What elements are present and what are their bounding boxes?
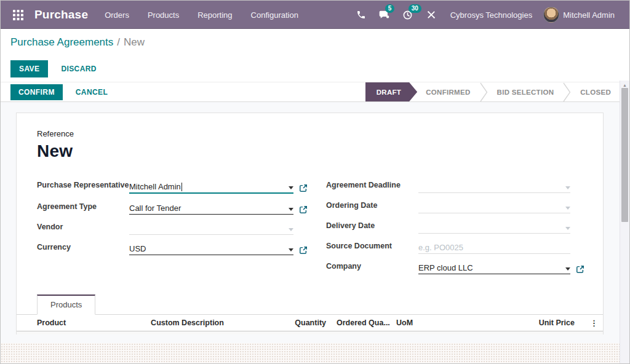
header-custom-description[interactable]: Custom Description: [115, 318, 260, 327]
vendor-label: Vendor: [37, 220, 129, 232]
statusbar: CONFIRM CANCEL DRAFT CONFIRMED BID SELEC…: [1, 82, 620, 102]
app-window: Purchase Orders Products Reporting Confi…: [0, 0, 630, 364]
field-ordering-date: Ordering Date: [326, 199, 584, 213]
breadcrumb-root-link[interactable]: Purchase Agreements: [10, 36, 113, 49]
field-purchase-representative: Purchase Representative Mitchell Admin: [37, 178, 308, 193]
datepicker-caret-icon[interactable]: [565, 207, 570, 210]
field-column-left: Purchase Representative Mitchell Admin: [37, 178, 308, 280]
menu-orders[interactable]: Orders: [95, 1, 138, 29]
source-document-label: Source Document: [326, 239, 418, 251]
content-bottom-texture: [1, 343, 621, 364]
delivery-date-label: Delivery Date: [326, 219, 418, 231]
vendor-input[interactable]: [129, 221, 293, 235]
dropdown-caret-icon[interactable]: [289, 248, 293, 251]
product-lines-header: Product Custom Description Quantity Orde…: [17, 315, 603, 331]
sheet-header: Reference New Purchase Representative Mi…: [17, 113, 603, 280]
confirm-button[interactable]: CONFIRM: [10, 84, 63, 100]
header-unit-price[interactable]: Unit Price: [476, 318, 603, 327]
ordering-date-label: Ordering Date: [326, 199, 418, 211]
stage-chevron-icon: [562, 82, 572, 101]
stage-bid-selection[interactable]: BID SELECTION: [488, 82, 563, 101]
tab-products[interactable]: Products: [37, 295, 95, 315]
header-quantity[interactable]: Quantity: [260, 318, 326, 327]
stage-confirmed[interactable]: CONFIRMED: [417, 82, 479, 101]
dropdown-caret-icon[interactable]: [289, 228, 293, 231]
reference-label: Reference: [37, 129, 603, 138]
header-uom[interactable]: UoM: [396, 318, 476, 327]
form-sheet: Reference New Purchase Representative Mi…: [16, 113, 604, 334]
form-view: Reference New Purchase Representative Mi…: [1, 102, 629, 364]
agreement-type-input[interactable]: Call for Tender: [129, 201, 293, 215]
reference-value[interactable]: New: [37, 141, 603, 161]
purchase-representative-input[interactable]: Mitchell Admin: [129, 180, 293, 193]
apps-grid-icon[interactable]: [7, 1, 30, 29]
agreement-deadline-input[interactable]: [418, 180, 570, 193]
header-ordered-quantity[interactable]: Ordered Qua...: [337, 318, 391, 327]
external-link-icon[interactable]: [576, 265, 584, 274]
stage-draft[interactable]: DRAFT: [365, 82, 417, 101]
dropdown-caret-icon[interactable]: [565, 267, 570, 271]
menu-products[interactable]: Products: [138, 1, 188, 29]
company-name[interactable]: Cybrosys Technologies: [443, 1, 540, 29]
notebook-tabs: Products: [17, 293, 603, 315]
stage-chevron-icon: [479, 82, 488, 101]
vertical-scrollbar[interactable]: ▲: [620, 81, 629, 364]
field-source-document: Source Document e.g. PO0025: [326, 239, 584, 254]
purchase-representative-label: Purchase Representative: [37, 178, 129, 191]
tools-icon[interactable]: [420, 1, 443, 29]
field-agreement-deadline: Agreement Deadline: [326, 178, 584, 193]
field-currency: Currency USD: [37, 240, 308, 255]
dropdown-caret-icon[interactable]: [289, 208, 293, 211]
record-actions: SAVE DISCARD: [1, 56, 629, 82]
navbar-right: 5 30 Cybrosys Technologies Mitchell Admi…: [349, 1, 622, 29]
currency-label: Currency: [37, 240, 129, 253]
optional-columns-icon[interactable]: ⋮: [590, 315, 598, 331]
field-company: Company ERP cloud LLC: [326, 259, 584, 274]
user-name[interactable]: Mitchell Admin: [559, 1, 622, 29]
save-button[interactable]: SAVE: [10, 60, 48, 77]
delivery-date-input[interactable]: [418, 220, 570, 234]
statusbar-buttons: CONFIRM CANCEL: [10, 84, 116, 100]
field-agreement-type: Agreement Type Call for Tender: [37, 200, 308, 215]
external-link-icon[interactable]: [299, 184, 308, 192]
phone-icon[interactable]: [349, 1, 373, 29]
breadcrumb: Purchase Agreements / New: [1, 29, 629, 56]
stage-closed[interactable]: CLOSED: [572, 82, 620, 101]
activities-clock-icon[interactable]: 30: [396, 1, 420, 29]
breadcrumb-current: New: [124, 36, 145, 49]
field-column-right: Agreement Deadline Ordering Date: [326, 178, 584, 280]
field-delivery-date: Delivery Date: [326, 219, 584, 234]
navbar-left: Purchase Orders Products Reporting Confi…: [7, 1, 308, 29]
source-document-input[interactable]: e.g. PO0025: [418, 240, 570, 254]
discard-button[interactable]: DISCARD: [53, 61, 104, 77]
dropdown-caret-icon[interactable]: [289, 186, 293, 189]
field-vendor: Vendor: [37, 220, 308, 235]
table-row: Add a line: [17, 331, 603, 334]
messages-badge: 5: [385, 4, 395, 13]
stage-pipeline: DRAFT CONFIRMED BID SELECTION CLOSED: [365, 82, 620, 101]
header-product[interactable]: Product: [37, 318, 115, 327]
external-link-icon[interactable]: [299, 246, 308, 255]
breadcrumb-separator: /: [117, 36, 120, 49]
company-input[interactable]: ERP cloud LLC: [418, 261, 570, 274]
menu-reporting[interactable]: Reporting: [188, 1, 241, 29]
currency-input[interactable]: USD: [129, 242, 293, 255]
ordering-date-input[interactable]: [418, 200, 570, 213]
agreement-type-label: Agreement Type: [37, 200, 129, 212]
app-title[interactable]: Purchase: [30, 8, 95, 22]
grid-icon-svg: [13, 10, 23, 20]
messages-icon[interactable]: 5: [373, 1, 396, 29]
menu-configuration[interactable]: Configuration: [242, 1, 308, 29]
company-label: Company: [326, 259, 418, 272]
agreement-deadline-label: Agreement Deadline: [326, 178, 418, 191]
datepicker-caret-icon[interactable]: [565, 227, 570, 230]
cancel-button[interactable]: CANCEL: [68, 84, 116, 100]
user-avatar[interactable]: [543, 7, 559, 23]
external-link-icon[interactable]: [299, 205, 308, 214]
scrollbar-thumb[interactable]: [621, 88, 628, 222]
top-navbar: Purchase Orders Products Reporting Confi…: [1, 1, 629, 29]
field-grid: Purchase Representative Mitchell Admin: [37, 178, 603, 280]
text-cursor: [181, 183, 182, 191]
datepicker-caret-icon[interactable]: [565, 186, 570, 189]
